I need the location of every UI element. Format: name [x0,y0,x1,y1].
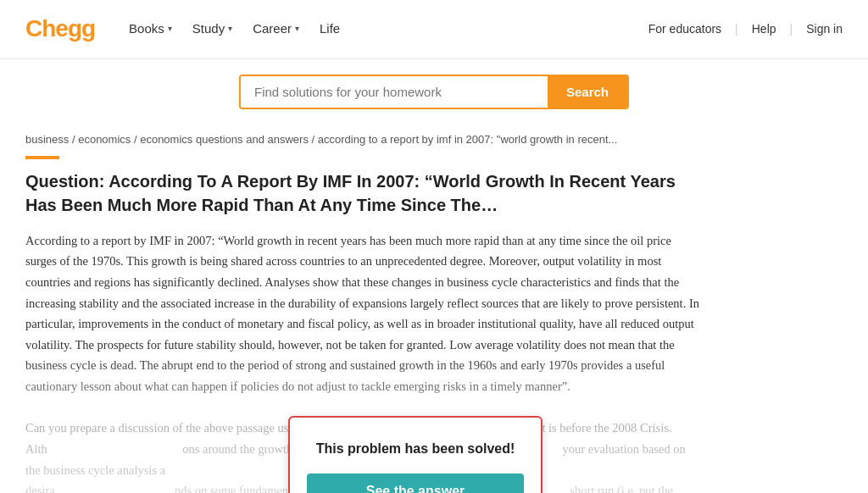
nav-right: For educators | Help | Sign in [648,19,843,38]
main-content: Question: According To A Report By IMF I… [0,156,729,493]
breadcrumb-sep-3: / [312,133,318,146]
navbar: Chegg Books ▾ Study ▾ Career ▾ Life For … [0,0,868,59]
study-caret-icon: ▾ [228,22,232,36]
nav-for-educators[interactable]: For educators [648,19,721,38]
solved-text: This problem has been solved! [307,438,524,460]
nav-help[interactable]: Help [752,19,776,38]
breadcrumb-economics[interactable]: economics [78,133,131,146]
orange-accent-bar [25,156,59,159]
question-title-text: According To A Report By IMF In 2007: “W… [25,172,676,214]
nav-books[interactable]: Books ▾ [129,19,172,39]
chegg-logo[interactable]: Chegg [25,10,95,48]
search-section: Search [0,59,868,125]
see-answer-button[interactable]: See the answer [307,474,524,493]
nav-sign-in[interactable]: Sign in [806,19,843,38]
nav-career[interactable]: Career ▾ [253,19,299,39]
breadcrumb-current: according to a report by imf in 2007: "w… [318,133,618,146]
breadcrumb-eq-and-a[interactable]: economics questions and answers [140,133,309,146]
search-button[interactable]: Search [548,76,627,108]
question-title: Question: According To A Report By IMF I… [25,169,704,217]
breadcrumb: business / economics / economics questio… [0,125,868,156]
question-label: Question: [25,172,104,191]
search-input[interactable] [241,76,548,108]
nav-study[interactable]: Study ▾ [192,19,232,39]
solved-modal: This problem has been solved! See the an… [288,416,542,493]
search-bar: Search [239,75,629,109]
nav-divider-1: | [735,19,738,38]
career-caret-icon: ▾ [295,22,299,36]
nav-divider-2: | [790,19,793,38]
nav-life[interactable]: Life [320,19,340,39]
books-caret-icon: ▾ [168,22,172,36]
nav-links: Books ▾ Study ▾ Career ▾ Life [129,19,648,39]
breadcrumb-business[interactable]: business [25,133,69,146]
